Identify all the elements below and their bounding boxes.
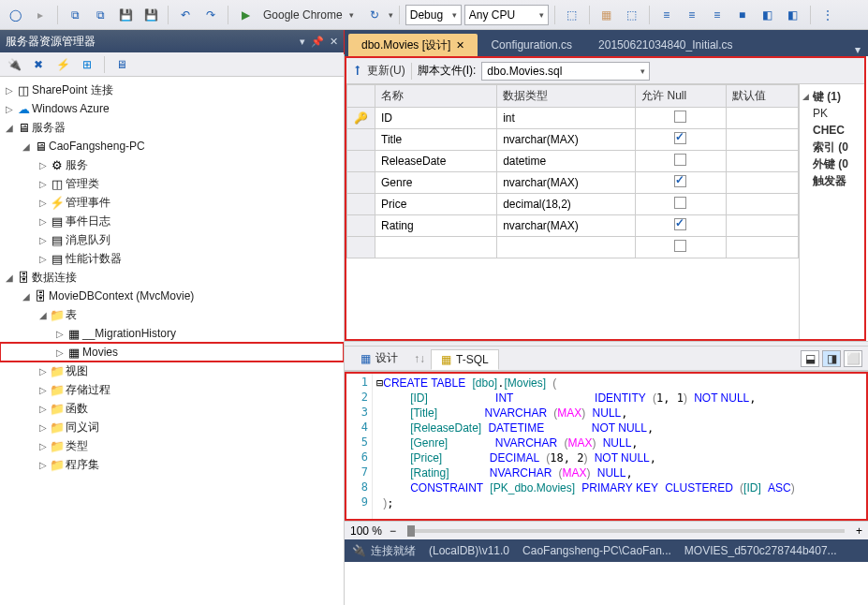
col-default-header[interactable]: 默认值 (726, 85, 798, 108)
nav-back-button[interactable]: ◯ (4, 4, 26, 26)
tree-eventlog[interactable]: ▷▤事件日志 (0, 212, 344, 230)
tool-i-button[interactable]: ◧ (782, 4, 804, 26)
null-checkbox[interactable] (674, 111, 686, 123)
col-type[interactable]: datetime (497, 151, 636, 172)
tree-funcs[interactable]: ▷📁函数 (0, 399, 344, 418)
tree-asm[interactable]: ▷📁程序集 (0, 455, 344, 474)
tool-h-button[interactable]: ◧ (757, 4, 779, 26)
keys-header[interactable]: 键 (1) (813, 89, 841, 105)
connect-button[interactable]: 🔌 (4, 54, 24, 75)
col-type[interactable]: nvarchar(MAX) (497, 172, 636, 194)
split-v-button[interactable]: ◨ (822, 350, 841, 367)
table-row[interactable]: 🔑IDint (347, 108, 799, 129)
tree-views[interactable]: ▷📁视图 (0, 362, 344, 380)
col-null-header[interactable]: 允许 Null (636, 85, 726, 108)
tab-design[interactable]: ▦设计 (350, 348, 408, 369)
tool-e-button[interactable]: ≡ (681, 4, 703, 26)
undo-button[interactable]: ↶ (174, 4, 197, 26)
update-button[interactable]: 🠕更新(U) (352, 63, 405, 79)
tab-movies-design[interactable]: dbo.Movies [设计]✕ (348, 34, 478, 56)
config-dropdown[interactable]: Debug (405, 5, 462, 25)
start-button[interactable]: ▶ (234, 4, 257, 26)
redo-button[interactable]: ↷ (199, 4, 222, 26)
new-project-button[interactable]: ⧉ (64, 4, 86, 26)
tree-azure[interactable]: ▷☁Windows Azure (0, 99, 344, 118)
col-default[interactable] (726, 215, 798, 237)
stop-button[interactable]: ⚡ (52, 54, 73, 75)
index-header[interactable]: 索引 (0 (813, 140, 848, 155)
col-name-header[interactable]: 名称 (375, 85, 497, 108)
tree-perf[interactable]: ▷▤性能计数器 (0, 249, 344, 268)
col-name[interactable]: Price (375, 194, 497, 215)
col-type[interactable]: decimal(18,2) (497, 194, 636, 215)
tool-f-button[interactable]: ≡ (706, 4, 728, 26)
col-name[interactable]: ID (375, 108, 497, 129)
zoom-in-button[interactable]: + (856, 524, 862, 538)
table-row[interactable]: Pricedecimal(18,2) (347, 194, 799, 215)
tree-server-node[interactable]: ◢🖥CaoFangsheng-PC (0, 137, 344, 155)
col-type[interactable]: nvarchar(MAX) (497, 215, 636, 237)
close-panel-button[interactable]: ✕ (330, 36, 338, 48)
col-name[interactable]: Genre (375, 172, 497, 194)
tree-mgmt[interactable]: ▷◫管理类 (0, 174, 344, 193)
tree-migration[interactable]: ▷▦__MigrationHistory (0, 324, 344, 343)
tree-sprocs[interactable]: ▷📁存储过程 (0, 380, 344, 399)
col-name[interactable]: Title (375, 129, 497, 151)
save-button[interactable]: 💾 (114, 4, 137, 26)
col-default[interactable] (726, 129, 798, 151)
azure-button[interactable]: ⊞ (77, 54, 97, 75)
sql-code[interactable]: ⊟CREATE TABLE [dbo].[Movies] ( [ID] INT … (373, 374, 866, 519)
col-default[interactable] (726, 194, 798, 215)
script-file-dropdown[interactable]: dbo.Movies.sql (481, 62, 650, 81)
tree-syn[interactable]: ▷📁同义词 (0, 418, 344, 436)
tree-context[interactable]: ◢🗄MovieDBContext (MvcMovie) (0, 287, 344, 305)
tool-b-button[interactable]: ▦ (596, 4, 618, 26)
tree-services[interactable]: ▷⚙服务 (0, 155, 344, 174)
pin-button[interactable]: 📌 (311, 36, 324, 48)
close-icon[interactable]: ✕ (456, 39, 464, 52)
add-server-button[interactable]: 🖥 (111, 54, 132, 75)
tree-tables[interactable]: ◢📁表 (0, 305, 344, 324)
tab-overflow-button[interactable]: ▾ (847, 43, 868, 56)
null-checkbox[interactable] (674, 197, 686, 209)
tree-mgmt-events[interactable]: ▷⚡管理事件 (0, 193, 344, 212)
tree-sharepoint[interactable]: ▷◫SharePoint 连接 (0, 81, 344, 99)
check-header[interactable]: CHEC (813, 124, 845, 137)
tool-j-button[interactable]: ⋮ (817, 4, 839, 26)
zoom-out-button[interactable]: − (390, 524, 396, 538)
sql-editor[interactable]: 123456789 ⊟CREATE TABLE [dbo].[Movies] (… (345, 371, 868, 521)
col-default[interactable] (726, 172, 798, 194)
tree-types[interactable]: ▷📁类型 (0, 436, 344, 455)
save-all-button[interactable]: 💾 (140, 4, 162, 26)
fk-header[interactable]: 外键 (0 (813, 156, 848, 172)
tree-msgq[interactable]: ▷▤消息队列 (0, 230, 344, 249)
tab-tsql[interactable]: ▦T-SQL (431, 349, 499, 370)
col-default[interactable] (726, 151, 798, 172)
refresh-tree-button[interactable]: ✖ (28, 54, 49, 75)
refresh-button[interactable]: ↻ (363, 4, 386, 26)
table-row[interactable]: ReleaseDatedatetime (347, 151, 799, 172)
col-type[interactable]: nvarchar(MAX) (497, 129, 636, 151)
maximize-button[interactable]: ⬜ (844, 350, 862, 367)
nav-fwd-button[interactable]: ▸ (29, 4, 51, 26)
col-default[interactable] (726, 108, 798, 129)
tool-d-button[interactable]: ≡ (655, 4, 678, 26)
platform-dropdown[interactable]: Any CPU (464, 5, 549, 25)
tree-movies[interactable]: ▷▦Movies (0, 343, 344, 362)
zoom-slider[interactable] (407, 529, 845, 533)
null-checkbox[interactable] (674, 132, 686, 144)
null-checkbox[interactable] (674, 175, 686, 187)
columns-grid[interactable]: 名称 数据类型 允许 Null 默认值 🔑IDintTitlenvarchar(… (346, 84, 799, 339)
tab-configuration[interactable]: Configuration.cs (478, 34, 585, 56)
null-checkbox[interactable] (674, 240, 686, 252)
null-checkbox[interactable] (674, 218, 686, 230)
tool-c-button[interactable]: ⬚ (621, 4, 643, 26)
null-checkbox[interactable] (674, 154, 686, 166)
col-name[interactable]: ReleaseDate (375, 151, 497, 172)
table-row[interactable]: Genrenvarchar(MAX) (347, 172, 799, 194)
col-type[interactable]: int (497, 108, 636, 129)
open-button[interactable]: ⧉ (89, 4, 111, 26)
col-type-header[interactable]: 数据类型 (497, 85, 636, 108)
split-h-button[interactable]: ⬓ (801, 350, 819, 367)
pk-item[interactable]: PK (813, 107, 828, 120)
